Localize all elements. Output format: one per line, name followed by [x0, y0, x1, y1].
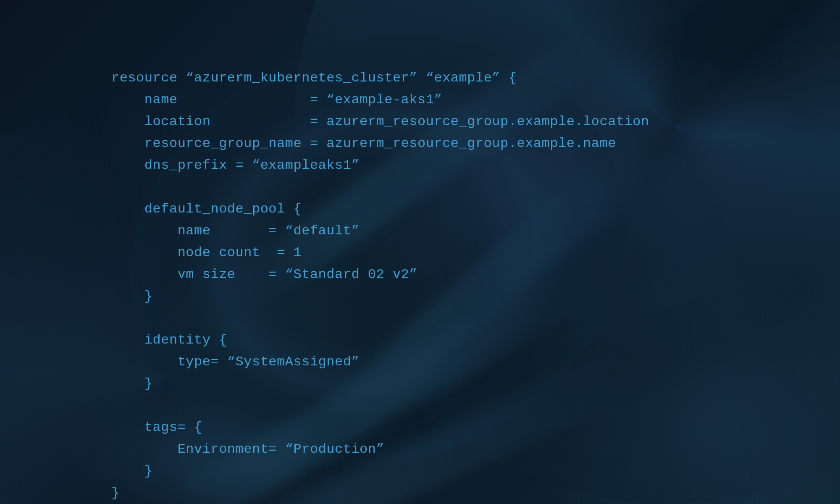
- code-line: }: [111, 289, 153, 304]
- code-line: node count = 1: [111, 245, 302, 260]
- code-line: resource “azurerm_kubernetes_cluster” “e…: [111, 70, 517, 86]
- code-line: tags= {: [111, 420, 202, 435]
- code-line: }: [111, 485, 120, 501]
- code-container: resource “azurerm_kubernetes_cluster” “e…: [111, 67, 649, 504]
- code-line: resource_group_name = azurerm_resource_g…: [111, 136, 616, 151]
- code-line: Environment= “Production”: [111, 441, 384, 457]
- code-line: dns_prefix = “exampleaks1”: [111, 158, 360, 173]
- code-line: vm size = “Standard 02 v2”: [111, 267, 417, 282]
- code-line: name = “example-aks1”: [111, 92, 442, 108]
- code-line: identity {: [111, 332, 227, 348]
- code-line: location = azurerm_resource_group.exampl…: [111, 114, 649, 129]
- terraform-code-block: resource “azurerm_kubernetes_cluster” “e…: [111, 67, 649, 504]
- code-line: default_node_pool {: [111, 201, 302, 217]
- code-line: name = “default”: [111, 223, 360, 239]
- code-line: }: [111, 463, 153, 479]
- code-line: }: [111, 376, 153, 391]
- code-line: type= “SystemAssigned”: [111, 354, 360, 370]
